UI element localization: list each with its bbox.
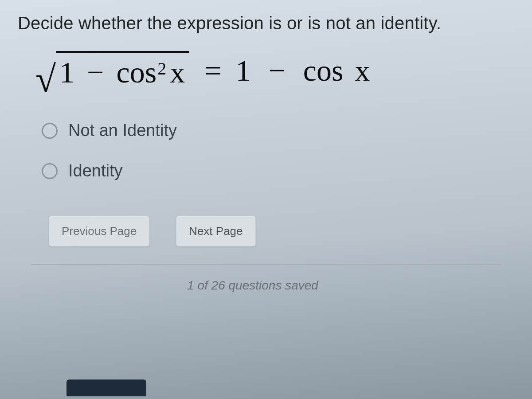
option-not-identity[interactable]: Not an Identity — [42, 121, 514, 140]
sqrt-group: √ 1 − cos 2 x — [35, 51, 189, 90]
radio-icon[interactable] — [42, 123, 58, 139]
option-label: Not an Identity — [68, 121, 177, 140]
sqrt-icon: √ — [35, 66, 56, 93]
radicand-x: x — [170, 55, 185, 90]
previous-page-button[interactable]: Previous Page — [49, 216, 149, 246]
rhs-cos: cos — [303, 53, 344, 88]
partial-button[interactable] — [66, 379, 146, 396]
equals-sign: = — [204, 53, 221, 88]
radicand-minus: − — [87, 55, 104, 90]
rhs-one: 1 — [235, 53, 250, 88]
save-status: 1 of 26 questions saved — [187, 278, 318, 293]
option-label: Identity — [68, 161, 123, 180]
radicand: 1 − cos 2 x — [56, 51, 189, 90]
rhs-minus: − — [268, 53, 285, 88]
radicand-one: 1 — [59, 55, 74, 90]
radio-icon[interactable] — [42, 163, 58, 179]
footer: 1 of 26 questions saved — [18, 278, 514, 293]
radicand-squared: 2 — [157, 58, 166, 79]
answer-options: Not an Identity Identity — [42, 121, 514, 180]
option-identity[interactable]: Identity — [42, 161, 514, 180]
next-page-button[interactable]: Next Page — [176, 216, 255, 246]
nav-buttons: Previous Page Next Page — [49, 216, 514, 246]
radicand-cos: cos — [116, 55, 156, 90]
math-expression: √ 1 − cos 2 x = 1 − cos x — [35, 51, 514, 90]
divider — [31, 264, 501, 265]
rhs-x: x — [355, 53, 370, 88]
question-prompt: Decide whether the expression is or is n… — [18, 13, 514, 33]
